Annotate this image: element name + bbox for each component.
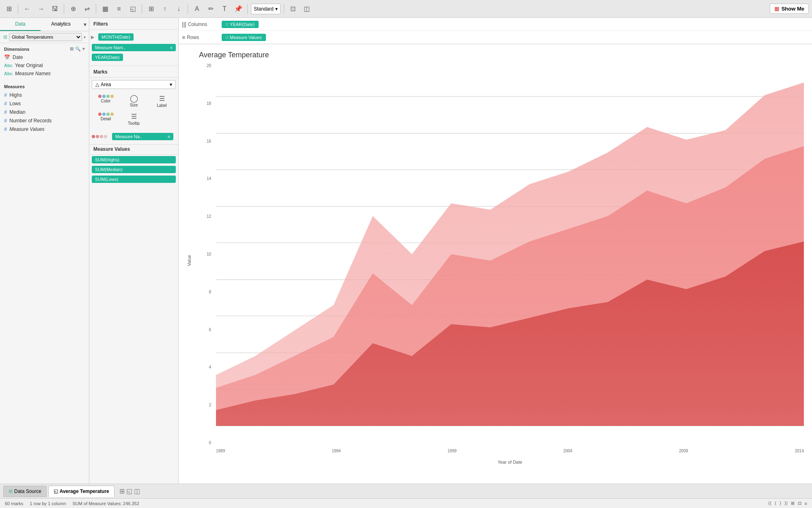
x-tick-2009: 2009: [679, 449, 688, 453]
new-story-icon[interactable]: ◫: [134, 487, 140, 495]
measure-measure-values[interactable]: # Measure Values: [0, 125, 89, 133]
x-axis-label: Year of Date: [216, 460, 804, 465]
dimensions-info: 1 row by 1 column: [30, 501, 66, 506]
tab-analytics[interactable]: Analytics: [41, 18, 81, 31]
color-measure-names-chip[interactable]: Measure Na.. ≡: [112, 133, 173, 140]
sort-desc-icon[interactable]: ↓: [173, 3, 184, 15]
pin-icon[interactable]: 📌: [233, 3, 244, 15]
rows-text: Rows: [187, 35, 199, 40]
filter-year-date[interactable]: YEAR(Date): [92, 54, 123, 61]
columns-bar-icon: |||: [182, 21, 186, 28]
y-tick-4: 4: [209, 365, 211, 369]
dim-year-original[interactable]: Abc Year Original: [0, 61, 89, 69]
year-chip-label: YEAR(Date): [230, 22, 255, 27]
x-tick-1999: 1999: [447, 449, 456, 453]
view-toggle-icon[interactable]: ⊞: [791, 501, 795, 506]
device-icon[interactable]: ◫: [301, 3, 313, 15]
back-icon[interactable]: ←: [22, 3, 33, 15]
standard-dropdown[interactable]: Standard ▾: [251, 4, 281, 14]
sep7: [284, 4, 284, 14]
y-tick-8: 8: [209, 290, 211, 294]
y-axis-label: Value: [187, 255, 192, 266]
marks-tooltip-btn[interactable]: ☰ Tooltip: [121, 111, 147, 127]
home-icon[interactable]: ⊞: [3, 3, 15, 15]
tooltip-icon[interactable]: T: [219, 3, 230, 15]
abc-icon-measure: Abc: [4, 71, 13, 76]
y-tick-14: 14: [207, 176, 211, 181]
marks-label-btn[interactable]: ☰ Label: [149, 93, 175, 109]
marks-color-btn[interactable]: Color: [93, 93, 119, 109]
tab-data-source[interactable]: ⊞ Data Source: [3, 486, 47, 497]
show-me-button[interactable]: ▦ Show Me: [770, 4, 809, 14]
sort-asc-icon[interactable]: ↑: [159, 3, 171, 15]
marks-type-dropdown[interactable]: △ Area ▾: [92, 80, 176, 89]
measure-values-title: Measure Values: [89, 144, 178, 155]
sheet-icon: ◱: [54, 488, 58, 494]
measure-lows[interactable]: # Lows: [0, 99, 89, 108]
show-me-icon: ▦: [774, 6, 779, 12]
next-page-icon[interactable]: ⟩: [780, 501, 781, 506]
sidebar-menu-icon[interactable]: ▾: [81, 18, 89, 31]
mv-lows-chip[interactable]: SUM(Lows): [92, 176, 176, 183]
save-icon[interactable]: 🖫: [49, 3, 60, 15]
y-tick-12: 12: [207, 214, 211, 219]
marks-size-btn[interactable]: ◯ Size: [121, 93, 147, 109]
first-page-icon[interactable]: ⟨⟨: [768, 501, 771, 506]
y-tick-18: 18: [207, 101, 211, 106]
color-measure-row: Measure Na.. ≡: [89, 129, 178, 144]
measure-values-chip[interactable]: □ Measure Values: [222, 34, 266, 41]
filter-month-date[interactable]: MONTH(Date): [98, 33, 134, 41]
search-icon[interactable]: 🔍: [75, 46, 81, 52]
mark-label-icon[interactable]: A: [191, 3, 203, 15]
middle-panel: Filters ▶ MONTH(Date) Measure Nam.. ≡ YE…: [89, 18, 179, 484]
sep1: [18, 4, 18, 14]
hash-icon-records: #: [4, 117, 7, 124]
last-page-icon[interactable]: ⟩⟩: [784, 501, 788, 506]
prev-page-icon[interactable]: ⟨: [775, 501, 776, 506]
measure-values-label: Measure Values: [9, 126, 44, 132]
forward-icon[interactable]: →: [35, 3, 47, 15]
dim-measure-names[interactable]: Abc Measure Names: [0, 69, 89, 78]
new-datasource-icon[interactable]: ⊕: [67, 3, 79, 15]
chart-svg: [216, 63, 804, 445]
chart-container: Value: [199, 63, 804, 457]
marks-detail-btn[interactable]: Detail: [93, 111, 119, 127]
columns-shelf: ||| Columns □ YEAR(Date): [179, 18, 812, 31]
db-icon: ⊞: [9, 488, 13, 494]
main-area: Data Analytics ▾ ⊞ Global Temperatures ▾…: [0, 18, 812, 484]
filter-expand-icon[interactable]: ▶: [91, 35, 94, 40]
measure-num-records[interactable]: # Number of Records: [0, 116, 89, 125]
measure-median-label: Median: [9, 109, 25, 115]
map-icon[interactable]: ◱: [127, 3, 138, 15]
new-dashboard-icon[interactable]: ◱: [126, 487, 132, 495]
dim-date[interactable]: 📅 Date: [0, 53, 89, 61]
fit-icon[interactable]: ⊡: [287, 3, 299, 15]
filter-measure-names[interactable]: Measure Nam.. ≡: [92, 44, 176, 51]
marks-title: Marks: [89, 65, 178, 78]
datasource-dropdown[interactable]: Global Temperatures: [9, 33, 82, 41]
tab-data[interactable]: Data: [0, 18, 41, 31]
tab-avg-temp[interactable]: ◱ Average Temperature: [48, 486, 114, 497]
text-table-icon[interactable]: ≡: [113, 3, 125, 15]
sum-info: SUM of Measure Values: 246.352: [73, 501, 139, 506]
annotation-icon[interactable]: ✏: [205, 3, 216, 15]
mv-highs-chip[interactable]: SUM(Highs): [92, 156, 176, 163]
connect-icon[interactable]: ⇌: [81, 3, 93, 15]
mv-median-chip[interactable]: SUM(Median): [92, 166, 176, 173]
size-icon: ◯: [130, 95, 138, 102]
sort-icon[interactable]: ▾: [82, 46, 85, 52]
measure-median[interactable]: # Median: [0, 108, 89, 116]
filters-title: Filters: [89, 18, 178, 30]
fit-toggle-icon[interactable]: ≡: [805, 501, 807, 506]
measure-highs[interactable]: # Highs: [0, 91, 89, 99]
color-label: Color: [101, 99, 111, 103]
new-sheet-icon[interactable]: ⊞: [119, 487, 125, 495]
group-icon[interactable]: ⊞: [145, 3, 157, 15]
grid-icon[interactable]: ⊞: [70, 46, 73, 52]
hash-icon-lows: #: [4, 100, 7, 106]
detail-toggle-icon[interactable]: ⊡: [798, 501, 801, 506]
marks-buttons: Color ◯ Size ☰ Label Detai: [89, 91, 178, 129]
year-date-chip[interactable]: □ YEAR(Date): [222, 21, 259, 28]
bar-chart-icon[interactable]: ▦: [99, 3, 111, 15]
measures-section: Measures: [0, 81, 89, 91]
